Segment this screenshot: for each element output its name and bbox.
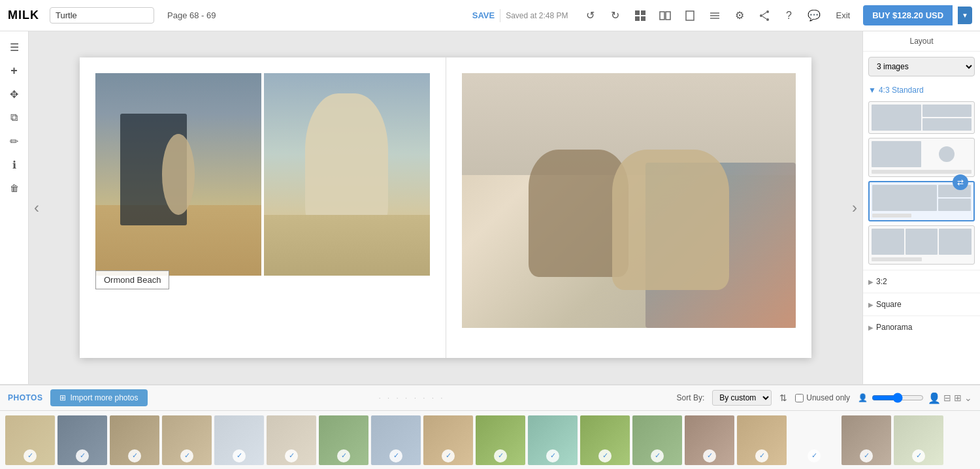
group-square-header[interactable]: ▶ Square [863, 296, 980, 313]
photo-thumb-1[interactable]: ✓ [57, 415, 107, 465]
pages-icon[interactable]: ☰ [4, 37, 25, 57]
redo-icon[interactable]: ↻ [606, 7, 625, 25]
left-page-images [95, 73, 430, 276]
layout-thumb-1[interactable] [868, 101, 975, 134]
sort-dropdown[interactable]: By custom [712, 390, 772, 406]
undo-icon[interactable]: ↺ [581, 7, 600, 25]
svg-line-13 [762, 12, 766, 15]
unused-only-label: Unused only [806, 393, 850, 402]
delete-icon[interactable]: 🗑 [4, 178, 25, 199]
info-icon[interactable]: ℹ [4, 154, 25, 175]
group-32-header[interactable]: ▶ 3:2 [863, 273, 980, 290]
prev-page-button[interactable]: ‹ [34, 199, 39, 217]
topbar-right: Exit BUY $128.20 USD ▼ [828, 5, 972, 25]
grid-photos-icon[interactable]: ⊞ [954, 393, 962, 403]
spread-view-icon[interactable] [656, 7, 674, 25]
photo-thumb-3[interactable]: ✓ [162, 415, 212, 465]
photo-thumb-10[interactable]: ✓ [528, 415, 578, 465]
drag-handle: · · · · · · · · [155, 395, 669, 402]
buy-dropdown-button[interactable]: ▼ [958, 7, 972, 24]
topbar: MILK Page 68 - 69 SAVE Saved at 2:48 PM … [0, 0, 980, 31]
left-page: Ormond Beach [80, 57, 446, 358]
unused-checkbox-input[interactable] [795, 394, 804, 402]
photo-thumb-5[interactable]: ✓ [267, 415, 316, 465]
save-area: SAVE Saved at 2:48 PM [472, 9, 568, 22]
photo-thumb-17[interactable]: ✓ [894, 415, 943, 465]
group-divider-1 [863, 270, 980, 270]
svg-line-14 [762, 16, 766, 19]
buy-button[interactable]: BUY $128.20 USD [863, 5, 953, 25]
next-page-button[interactable]: › [852, 199, 857, 217]
sort-direction-button[interactable]: ⇅ [779, 393, 787, 403]
layout-options-43: ⇄ [863, 99, 980, 267]
bottom-area: PHOTOS ⊞ Import more photos · · · · · · … [0, 384, 980, 469]
left-sidebar: ☰ + ✥ ⧉ ✏ ℹ 🗑 [0, 31, 29, 384]
photo-check-17: ✓ [912, 449, 925, 462]
photo-check-9: ✓ [494, 449, 507, 462]
photo-thumb-16[interactable]: ✓ [841, 415, 891, 465]
expand-photos-icon[interactable]: ⌄ [964, 393, 972, 403]
settings-icon[interactable]: ⚙ [730, 7, 749, 25]
group-panorama-header[interactable]: ▶ Panorama [863, 319, 980, 336]
photo-thumb-9[interactable]: ✓ [476, 415, 525, 465]
photo-thumb-11[interactable]: ✓ [580, 415, 630, 465]
photo-thumb-8[interactable]: ✓ [423, 415, 473, 465]
move-tool-icon[interactable]: ✥ [4, 84, 25, 105]
list-view-icon[interactable] [706, 7, 724, 25]
edit-tool-icon[interactable]: ✏ [4, 131, 25, 152]
swap-layout-icon[interactable]: ⇄ [953, 174, 968, 190]
group-43-header[interactable]: ▼ 4:3 Standard [863, 82, 980, 99]
group-43-arrow: ▼ [868, 86, 876, 95]
share-icon[interactable] [755, 7, 774, 25]
photo-thumb-6[interactable]: ✓ [319, 415, 368, 465]
single-view-icon[interactable] [681, 7, 699, 25]
layout-thumb-3[interactable]: ⇄ [868, 181, 975, 221]
photo-thumb-2[interactable]: ✓ [110, 415, 159, 465]
layout-section-title: Layout [863, 31, 980, 52]
photo-check-6: ✓ [337, 449, 350, 462]
svg-point-11 [760, 14, 762, 17]
saved-status: Saved at 2:48 PM [506, 11, 568, 20]
photo-dog-beach[interactable] [264, 73, 430, 276]
thumb-size-slider-area: 👤 👤 [858, 392, 941, 404]
copy-tool-icon[interactable]: ⧉ [4, 107, 25, 128]
grid-view-icon[interactable] [631, 7, 649, 25]
help-icon[interactable]: ? [780, 7, 798, 25]
import-photos-button[interactable]: ⊞ Import more photos [50, 389, 147, 406]
add-element-icon[interactable]: + [4, 60, 25, 81]
group-32-arrow: ▶ [868, 278, 874, 285]
svg-rect-4 [660, 12, 664, 20]
group-43-label: 4:3 Standard [879, 86, 924, 95]
photo-thumb-15[interactable]: ✓ [789, 415, 839, 465]
caption-area[interactable]: Ormond Beach [95, 283, 430, 302]
photo-thumb-13[interactable]: ✓ [685, 415, 734, 465]
photos-tab[interactable]: PHOTOS [8, 393, 42, 402]
thumb-size-slider[interactable] [872, 393, 924, 403]
photo-thumb-4[interactable]: ✓ [214, 415, 264, 465]
images-count-dropdown[interactable]: 3 images [868, 57, 975, 76]
book-title-input[interactable] [50, 7, 154, 24]
photo-thumb-0[interactable]: ✓ [5, 415, 55, 465]
group-divider-2 [863, 293, 980, 293]
photo-thumb-12[interactable]: ✓ [632, 415, 682, 465]
group-divider-3 [863, 315, 980, 316]
layout-thumb-2[interactable] [868, 138, 975, 177]
photo-dogs-couch[interactable] [462, 73, 796, 328]
exit-button[interactable]: Exit [828, 7, 858, 24]
photo-check-1: ✓ [76, 449, 89, 462]
photo-thumb-14[interactable]: ✓ [737, 415, 787, 465]
filmstrip-view-icon[interactable]: ⊟ [943, 393, 951, 403]
main-content: ☰ + ✥ ⧉ ✏ ℹ 🗑 ‹ [0, 31, 980, 384]
import-label: Import more photos [70, 393, 138, 402]
unused-only-checkbox[interactable]: Unused only [795, 393, 850, 402]
bottom-view-icons: 👤 👤 ⊟ ⊞ ⌄ [858, 392, 972, 404]
comments-icon[interactable]: 💬 [805, 7, 823, 25]
photo-check-13: ✓ [703, 449, 716, 462]
svg-rect-2 [635, 16, 640, 21]
caption-text[interactable]: Ormond Beach [95, 270, 169, 289]
photo-thumb-7[interactable]: ✓ [371, 415, 421, 465]
photo-beach-woman[interactable] [95, 73, 261, 276]
layout-thumb-4[interactable] [868, 225, 975, 265]
svg-rect-0 [635, 10, 640, 15]
save-button[interactable]: SAVE [472, 10, 495, 20]
